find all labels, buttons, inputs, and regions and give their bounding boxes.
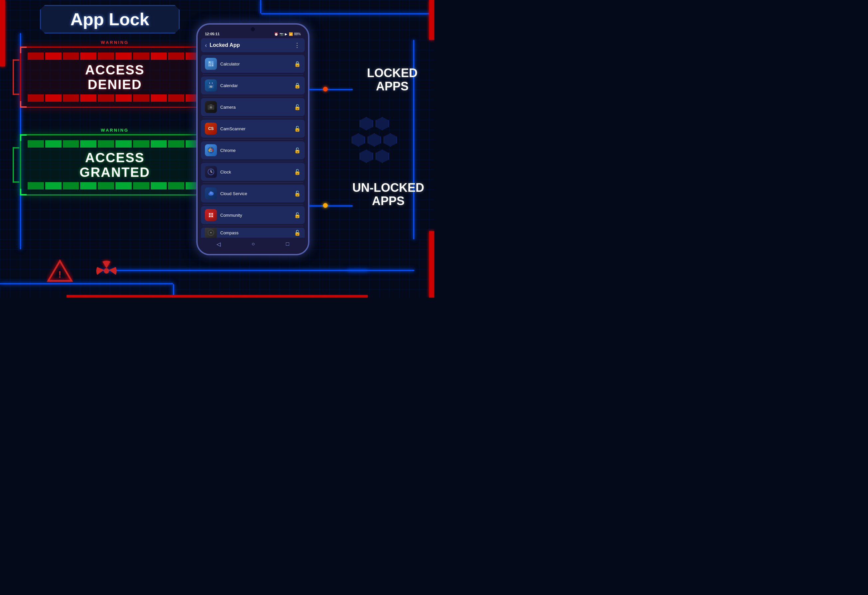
red-accent [66, 295, 368, 298]
lock-icon-calendar[interactable]: 🔒 [294, 82, 301, 89]
list-item[interactable]: Community 🔓 [201, 206, 305, 224]
list-item[interactable]: Camera 🔓 [201, 98, 305, 116]
lock-icon-camscanner[interactable]: 🔓 [294, 126, 301, 132]
neon-decoration [100, 270, 368, 271]
stripe [151, 140, 167, 147]
stripe [133, 53, 149, 60]
lock-icon-compass[interactable]: 🔓 [294, 230, 301, 236]
divider [202, 118, 303, 118]
app-icon-calendar: 22 [205, 80, 217, 91]
lock-icon-cloud-service[interactable]: 🔓 [294, 190, 301, 197]
hex-cell [352, 133, 365, 147]
app-name-chrome: Chrome [220, 148, 236, 153]
back-button[interactable]: ‹ [205, 42, 207, 49]
app-bar: ‹ Locked App ⋮ [201, 38, 305, 52]
stripe [168, 182, 184, 190]
app-name-clock: Clock [220, 169, 231, 175]
stripe [98, 53, 114, 60]
hex-cell [376, 117, 389, 130]
stripe [80, 140, 96, 147]
hex-cell [360, 150, 373, 163]
svg-rect-36 [211, 215, 213, 217]
app-item-left: Camera [205, 101, 236, 113]
radiation-icon [93, 258, 120, 284]
svg-rect-20 [210, 105, 212, 105]
stripe [63, 140, 79, 147]
stripe [151, 53, 167, 60]
app-item-left: Cloud Service [205, 187, 247, 199]
locked-apps-text: LOCKEDAPPS [367, 66, 418, 93]
svg-text:22: 22 [210, 85, 213, 88]
recents-nav-button[interactable]: □ [286, 241, 289, 247]
app-list: Calculator 🔒 22 Calendar 🔒 [201, 55, 305, 238]
stripe [98, 94, 114, 102]
home-nav-button[interactable]: ○ [251, 241, 255, 247]
app-bar-left: ‹ Locked App [205, 42, 240, 49]
menu-button[interactable]: ⋮ [294, 41, 301, 49]
stripe [115, 140, 132, 147]
list-item[interactable]: Chrome 🔓 [201, 141, 305, 159]
connector-dot-unlocked [323, 203, 328, 208]
corner-decoration-green [20, 134, 27, 141]
list-item[interactable]: Cloud Service 🔓 [201, 184, 305, 202]
hex-decoration [348, 116, 401, 183]
left-panel: WARNING [20, 40, 210, 196]
stripe [115, 182, 132, 190]
lock-icon-camera[interactable]: 🔓 [294, 104, 301, 110]
svg-point-39 [210, 232, 212, 233]
app-item-left: Clock [205, 166, 231, 178]
app-name-calculator: Calculator [220, 62, 240, 66]
app-title-box: App Lock [40, 5, 180, 34]
access-granted-frame: ACCESS GRANTED [20, 134, 210, 196]
bracket-left-green [13, 147, 19, 183]
red-stripes-top [28, 53, 202, 60]
list-item[interactable]: Clock 🔓 [201, 163, 305, 181]
svg-rect-7 [210, 63, 211, 65]
hex-cell [384, 133, 397, 147]
divider [202, 139, 303, 140]
warning-label-denied: WARNING [20, 40, 210, 45]
unlocked-apps-label: UN-LOCKEDAPPS [352, 181, 424, 208]
svg-rect-15 [212, 82, 213, 84]
lock-icon-calculator[interactable]: 🔒 [294, 61, 301, 67]
bracket-left [13, 59, 19, 95]
stripe [28, 182, 44, 190]
neon-decoration [261, 13, 434, 14]
corner-decoration-green [20, 189, 27, 196]
red-stripes-bottom [28, 94, 202, 102]
svg-rect-32 [208, 212, 214, 218]
wifi-icon: ▶ [285, 32, 288, 36]
alarm-icon: ⏰ [274, 32, 278, 36]
app-icon-camera [205, 101, 217, 113]
screenshot-icon: 📷 [279, 32, 283, 36]
app-icon-chrome [205, 144, 217, 156]
list-item[interactable]: Calculator 🔒 [201, 55, 305, 73]
screen-title: Locked App [210, 42, 240, 48]
app-item-left: Chrome [205, 144, 236, 156]
lock-icon-clock[interactable]: 🔓 [294, 169, 301, 175]
lock-icon-community[interactable]: 🔓 [294, 212, 301, 218]
stripe [80, 53, 96, 60]
back-nav-button[interactable]: ◁ [217, 241, 221, 247]
svg-rect-8 [212, 63, 213, 65]
app-icon-calculator [205, 58, 217, 70]
connector-locked [309, 89, 353, 90]
app-name-camera: Camera [220, 105, 236, 110]
list-item[interactable]: 22 Calendar 🔒 [201, 77, 305, 94]
svg-rect-11 [212, 65, 213, 66]
list-item-partial[interactable]: Compass 🔓 [201, 228, 305, 238]
app-item-left: 22 Calendar [205, 80, 238, 91]
app-name-compass: Compass [220, 230, 239, 235]
warning-triangle-icon: ! [47, 259, 73, 283]
lock-icon-chrome[interactable]: 🔓 [294, 147, 301, 153]
app-name-community: Community [220, 213, 242, 218]
list-item[interactable]: CS CamScanner 🔓 [201, 120, 305, 138]
warning-label-granted: WARNING [20, 128, 210, 133]
stripe [98, 182, 114, 190]
access-granted-section: WARNING [20, 128, 210, 196]
stripe [151, 94, 167, 102]
svg-rect-13 [208, 83, 214, 85]
svg-rect-35 [209, 215, 211, 217]
app-icon-clock [205, 166, 217, 178]
red-accent [429, 0, 434, 40]
